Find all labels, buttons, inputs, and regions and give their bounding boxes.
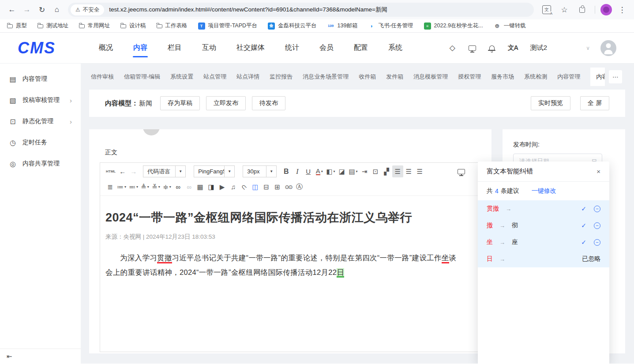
undo-button[interactable]: ←	[117, 165, 128, 177]
insert-image-button[interactable]: ▦	[195, 181, 206, 193]
nav-channel[interactable]: 栏目	[168, 33, 182, 63]
tab-item[interactable]: 发件箱	[386, 73, 403, 81]
ordered-list-button[interactable]: ≔ ▾	[116, 181, 128, 193]
more-tabs-button[interactable]: ⋯	[609, 70, 622, 83]
bookmark-item[interactable]: 测试地址	[38, 22, 68, 30]
user-avatar[interactable]	[600, 40, 616, 56]
nav-overview[interactable]: 概况	[99, 33, 113, 63]
accept-check-icon[interactable]: ✓	[581, 239, 586, 246]
notification-bell-icon[interactable]	[489, 45, 495, 51]
tab-item[interactable]: 信箱管理-编辑	[124, 73, 160, 81]
nav-interaction[interactable]: 互动	[202, 33, 216, 63]
nav-statistics[interactable]: 统计	[285, 33, 299, 63]
browser-home-icon[interactable]: ⌂	[49, 2, 64, 17]
tab-item[interactable]: 站点详情	[236, 73, 259, 81]
collapse-sidebar-icon[interactable]: ⇤	[7, 353, 12, 360]
bookmark-item[interactable]: ⊕一键转载	[494, 22, 526, 30]
live-preview-button[interactable]: 实时预览	[531, 96, 570, 110]
nav-system[interactable]: 系统	[388, 33, 402, 63]
editor-preview-button[interactable]	[456, 165, 467, 177]
security-chip[interactable]: ⚠ 不安全	[71, 4, 104, 15]
ignore-minus-icon[interactable]: −	[594, 206, 600, 212]
bookmark-item[interactable]: 金金磊科技云平台	[268, 22, 317, 30]
address-bar[interactable]: ⚠ 不安全 test.x2.jeecms.com/admin/index.htm…	[68, 3, 534, 17]
bookmark-item[interactable]: 原型	[7, 22, 27, 30]
font-family-select[interactable]: PingFangS ▼	[194, 165, 235, 177]
align-left-button[interactable]: ☰	[392, 165, 403, 177]
publish-now-button[interactable]: 立即发布	[206, 96, 246, 110]
site-chevron-down-icon[interactable]: ∨	[586, 45, 590, 51]
bookmark-item[interactable]: ≡2022.9在校学生花...	[424, 22, 483, 30]
line-height-up-button[interactable]: ≜ ▾	[139, 181, 150, 193]
font-color-button[interactable]: A ▾	[314, 165, 325, 177]
bookmark-item[interactable]: T项目管理-TAPD平台	[198, 22, 258, 30]
suggestion-row[interactable]: 贯撤 → ✓ −	[478, 200, 609, 217]
tab-item[interactable]: 授权管理	[458, 73, 481, 81]
tab-item[interactable]: 服务市场	[491, 73, 514, 81]
font-size-select[interactable]: 30px ▼	[243, 165, 277, 177]
html-source-button[interactable]: HTML	[105, 165, 117, 177]
browser-menu-icon[interactable]: ⋮	[615, 2, 630, 17]
tab-item[interactable]: 消息模板管理	[413, 73, 448, 81]
save-draft-button[interactable]: 存为草稿	[160, 96, 200, 110]
bg-color-button[interactable]: ◧ ▾	[325, 165, 336, 177]
find-text-button[interactable]: Ⓐ	[294, 181, 305, 193]
image-upload-button[interactable]: ◨	[206, 181, 217, 193]
clear-format-button[interactable]: ◪	[336, 165, 347, 177]
bookmark-item[interactable]: 常用网址	[79, 22, 110, 30]
browser-reload-icon[interactable]: ↻	[34, 2, 49, 17]
editor-content-area[interactable]: 2024“一带一路”金枢纽网络国际传播活动在浙江义乌举行 来源：央视网 | 20…	[100, 196, 478, 280]
sidebar-item-static-management[interactable]: ⊡ 静态化管理 ›	[0, 111, 81, 132]
tab-item[interactable]: 信件审核	[91, 73, 114, 81]
align-center-button[interactable]: ☰	[403, 165, 414, 177]
bookmark-item[interactable]: 设计稿	[120, 22, 146, 30]
media-card-button[interactable]: ▤ ▾	[347, 165, 359, 177]
word-image-button[interactable]: ◫	[250, 181, 261, 193]
error-word-underlined[interactable]: 贯撤	[157, 254, 172, 263]
ignore-minus-icon[interactable]: −	[594, 239, 600, 246]
tab-item[interactable]: 系统设置	[170, 73, 193, 81]
code-language-select[interactable]: 代码语言 ▼	[143, 165, 186, 177]
cms-logo[interactable]: CMS	[18, 39, 56, 57]
suggestion-row[interactable]: 坐 → 座 ✓ −	[478, 234, 609, 251]
page-break-button[interactable]: ⊟	[261, 181, 272, 193]
sidebar-item-submission-review[interactable]: ▧ 投稿审核管理 ›	[0, 90, 81, 111]
redo-button[interactable]: →	[128, 165, 139, 177]
tab-item[interactable]: 系统检测	[524, 73, 547, 81]
clean-cache-icon[interactable]: ◇	[450, 43, 455, 53]
insert-link-button[interactable]: ∞	[173, 181, 184, 193]
nav-social-media[interactable]: 社交媒体	[236, 33, 265, 63]
close-panel-icon[interactable]: ×	[596, 168, 600, 175]
browser-forward-icon[interactable]: →	[19, 2, 34, 17]
tab-item[interactable]: 消息业务场景管理	[303, 73, 349, 81]
nav-config[interactable]: 配置	[354, 33, 368, 63]
language-switch-icon[interactable]: 文A	[508, 44, 518, 52]
italic-button[interactable]: I	[292, 165, 303, 177]
tab-item[interactable]: 站点管理	[203, 73, 226, 81]
fix-all-link[interactable]: 一键修改	[532, 187, 556, 195]
align-right-button[interactable]: ☰	[414, 165, 425, 177]
current-site-name[interactable]: 测试2	[530, 44, 547, 52]
format-clean-button[interactable]: ▞	[381, 165, 392, 177]
bookmark-star-icon[interactable]: ☆	[557, 2, 572, 17]
insert-video-button[interactable]: ▶	[217, 181, 228, 193]
tab-item[interactable]: 内容管理	[557, 73, 580, 81]
find-replace-button[interactable]: ⊙⊙	[283, 181, 294, 193]
accept-check-icon[interactable]: ✓	[581, 205, 586, 212]
fullscreen-button[interactable]: 全 屏	[580, 96, 609, 110]
insert-audio-button[interactable]: ♫	[228, 181, 239, 193]
attachment-button[interactable]: ⊂	[239, 181, 250, 193]
browser-back-icon[interactable]: ←	[4, 2, 19, 17]
bold-button[interactable]: B	[281, 165, 292, 177]
bookmark-item[interactable]: ◗飞书-任务管理	[368, 22, 413, 30]
pending-publish-button[interactable]: 待发布	[252, 96, 285, 110]
insert-table-button[interactable]: ⊞	[272, 181, 283, 193]
suggestion-row[interactable]: 日 → 已忽略	[478, 251, 609, 267]
browser-profile-avatar[interactable]	[600, 4, 612, 15]
accept-check-icon[interactable]: ✓	[581, 222, 586, 229]
error-word-underlined[interactable]: 坐	[442, 254, 449, 263]
underline-button[interactable]: U	[303, 165, 314, 177]
error-word-highlighted[interactable]: 日	[337, 268, 344, 278]
extensions-icon[interactable]	[574, 2, 589, 17]
bookmark-item[interactable]: 工作表格	[157, 22, 188, 30]
